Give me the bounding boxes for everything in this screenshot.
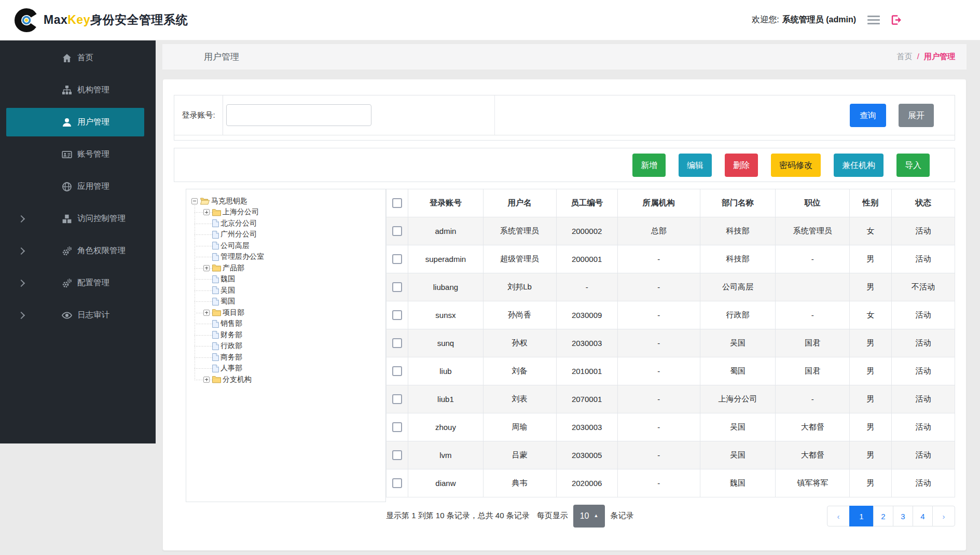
delete-button[interactable]: 删除	[725, 154, 758, 177]
tree-expand-icon[interactable]	[203, 310, 210, 316]
sidebar-item-roles[interactable]: 角色权限管理	[6, 237, 144, 265]
concurrent-org-button[interactable]: 兼任机构	[834, 154, 884, 177]
sidebar-item-apps[interactable]: 应用管理	[6, 172, 144, 201]
menu-toggle-icon[interactable]	[867, 16, 880, 24]
logout-icon[interactable]	[890, 14, 902, 26]
next-page-button[interactable]: ›	[932, 506, 955, 526]
tree-node[interactable]: 管理层办公室	[203, 252, 382, 263]
sidebar: 首页机构管理用户管理账号管理应用管理访问控制管理角色权限管理配置管理日志审计	[0, 40, 156, 443]
per-page-prefix: 每页显示	[537, 511, 568, 521]
chevron-right-icon	[18, 279, 25, 286]
tree-node[interactable]: 北京分公司	[203, 218, 382, 229]
page-button-3[interactable]: 3	[893, 506, 913, 526]
tree-expand-icon[interactable]	[203, 377, 210, 383]
table-cell: -	[617, 245, 700, 273]
prev-page-button[interactable]: ‹	[827, 506, 850, 526]
select-all-checkbox[interactable]	[392, 198, 402, 208]
brand-title: MaxKey身份安全管理系统	[44, 12, 188, 28]
page-button-2[interactable]: 2	[873, 506, 893, 526]
row-checkbox[interactable]	[392, 282, 402, 292]
expand-button[interactable]: 展开	[899, 104, 934, 127]
table-row[interactable]: liubang刘邦Lb--公司高层男不活动	[387, 273, 955, 301]
checkbox-cell	[387, 385, 408, 413]
row-checkbox[interactable]	[392, 254, 402, 264]
sidebar-item-config[interactable]: 配置管理	[6, 269, 144, 297]
tree-node[interactable]: 商务部	[203, 352, 382, 363]
row-checkbox[interactable]	[392, 338, 402, 348]
pagination-bar: 显示第 1 到第 10 条记录，总共 40 条记录 每页显示 10 ▲ 条记录 …	[386, 504, 955, 528]
sidebar-item-accounts[interactable]: 账号管理	[6, 140, 144, 169]
tree-node-root[interactable]: 马克思钥匙	[191, 196, 382, 207]
column-header: 性别	[850, 189, 892, 217]
tree-node[interactable]: 魏国	[203, 274, 382, 285]
tree-node[interactable]: 广州分公司	[203, 229, 382, 241]
tree-expand-icon[interactable]	[203, 209, 210, 215]
table-row[interactable]: lvm吕蒙2030005-吴国大都督男活动	[387, 441, 955, 469]
page-size-dropdown[interactable]: 10 ▲	[573, 505, 605, 528]
table-cell: -	[617, 273, 700, 301]
table-row[interactable]: sunsx孙尚香2030009-行政部-女活动	[387, 301, 955, 329]
table-row[interactable]: liub1刘表2070001-上海分公司-男活动	[387, 385, 955, 413]
table-cell: 超级管理员	[483, 245, 556, 273]
tree-node[interactable]: 上海分公司	[203, 207, 382, 218]
tree-node[interactable]: 公司高层	[203, 240, 382, 252]
row-checkbox[interactable]	[392, 366, 402, 376]
table-cell: sunsx	[408, 301, 483, 329]
tree-node[interactable]: 销售部	[203, 318, 382, 330]
tree-node[interactable]: 产品部	[203, 262, 382, 274]
import-button[interactable]: 导入	[896, 154, 930, 177]
page-button-4[interactable]: 4	[913, 506, 933, 526]
table-row[interactable]: superadmin超级管理员2000001-科技部-男活动	[387, 245, 955, 273]
row-checkbox[interactable]	[392, 422, 402, 432]
row-checkbox[interactable]	[392, 450, 402, 460]
table-cell: 活动	[891, 413, 955, 441]
add-button[interactable]: 新增	[632, 154, 666, 177]
tree-node[interactable]: 蜀国	[203, 296, 382, 308]
query-button[interactable]: 查询	[850, 104, 886, 127]
login-account-input[interactable]	[226, 104, 371, 126]
tree-expand-icon[interactable]	[203, 265, 210, 271]
table-cell: 吴国	[700, 441, 775, 469]
column-header: 用户名	[483, 189, 556, 217]
table-cell: 男	[850, 273, 892, 301]
table-cell: -	[617, 469, 700, 497]
table-cell: 男	[850, 385, 892, 413]
sidebar-item-audit[interactable]: 日志审计	[6, 301, 144, 329]
password-change-button[interactable]: 密码修改	[771, 154, 821, 177]
folder-icon	[212, 264, 221, 272]
sidebar-item-access-control[interactable]: 访问控制管理	[6, 204, 144, 233]
sidebar-item-org[interactable]: 机构管理	[6, 76, 144, 104]
tree-node[interactable]: 人事部	[203, 363, 382, 374]
table-row[interactable]: admin系统管理员2000002总部科技部系统管理员女活动	[387, 217, 955, 245]
sidebar-item-home[interactable]: 首页	[6, 44, 144, 72]
table-row[interactable]: dianw典韦2020006-魏国镇军将军男活动	[387, 469, 955, 497]
tree-node[interactable]: 财务部	[203, 329, 382, 341]
table-cell: liubang	[408, 273, 483, 301]
table-cell: 男	[850, 357, 892, 385]
tree-node[interactable]: 行政部	[203, 341, 382, 352]
breadcrumb-home-link[interactable]: 首页	[896, 52, 912, 61]
tree-node[interactable]: 吴国	[203, 285, 382, 296]
edit-button[interactable]: 编辑	[679, 154, 712, 177]
table-cell: 国君	[776, 357, 850, 385]
table-row[interactable]: liub刘备2010001-蜀国国君男活动	[387, 357, 955, 385]
table-cell: 刘备	[483, 357, 556, 385]
sidebar-item-label: 角色权限管理	[77, 245, 126, 256]
tree-node[interactable]: 分支机构	[203, 374, 382, 385]
row-checkbox[interactable]	[392, 394, 402, 404]
table-cell: 2030009	[556, 301, 617, 329]
tree-node[interactable]: 项目部	[203, 307, 382, 318]
tree-collapse-icon[interactable]	[191, 198, 198, 204]
sidebar-item-users[interactable]: 用户管理	[6, 108, 144, 136]
file-icon	[212, 242, 219, 249]
row-checkbox[interactable]	[392, 310, 402, 320]
file-icon	[212, 298, 219, 306]
gears-icon	[61, 278, 73, 288]
sidebar-item-label: 应用管理	[77, 181, 109, 192]
row-checkbox[interactable]	[392, 478, 402, 488]
toolbar: 新增编辑删除密码修改兼任机构导入	[174, 148, 955, 182]
table-row[interactable]: sunq孙权2030003-吴国国君男活动	[387, 329, 955, 357]
page-button-1[interactable]: 1	[849, 506, 874, 526]
row-checkbox[interactable]	[392, 226, 402, 236]
table-row[interactable]: zhouy周瑜2030003-吴国大都督男活动	[387, 413, 955, 441]
